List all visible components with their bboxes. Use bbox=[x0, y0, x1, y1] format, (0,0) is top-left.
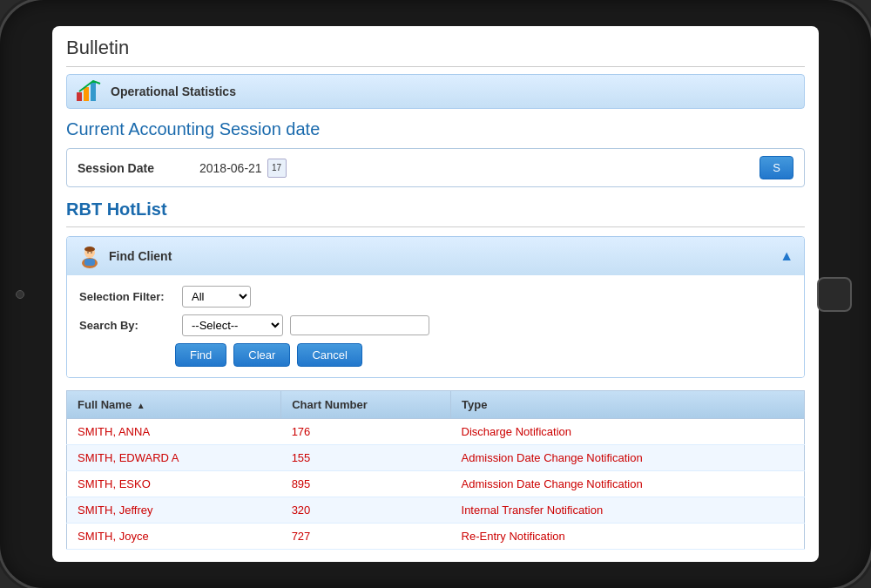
cell-chart-number: 727 bbox=[281, 524, 451, 550]
session-date-label: Session Date bbox=[78, 161, 199, 175]
table-header-row: Full Name ▲ Chart Number Type bbox=[67, 391, 805, 419]
find-client-header[interactable]: Find Client ▲ bbox=[67, 237, 804, 275]
cell-fullname: SMITH, EDWARD A bbox=[67, 445, 281, 471]
search-by-row: Search By: --Select-- Name Chart Number bbox=[79, 314, 792, 336]
search-input[interactable] bbox=[290, 315, 429, 335]
session-date-value: 2018-06-21 bbox=[199, 161, 262, 175]
bulletin-divider bbox=[66, 66, 805, 67]
collapse-icon[interactable]: ▲ bbox=[780, 248, 793, 264]
rbt-title: RBT HotList bbox=[66, 199, 805, 220]
op-stats-label: Operational Statistics bbox=[111, 84, 236, 98]
svg-rect-2 bbox=[91, 82, 96, 101]
find-button[interactable]: Find bbox=[175, 343, 226, 367]
operational-stats-bar[interactable]: Operational Statistics bbox=[66, 74, 805, 109]
session-date-box: Session Date 2018-06-21 17 S bbox=[66, 148, 805, 187]
table-row[interactable]: SMITH, Jeffrey320Internal Transfer Notif… bbox=[67, 497, 805, 524]
cell-fullname: SMITH, ESKO bbox=[67, 471, 281, 497]
cell-type: Discharge Notification bbox=[451, 419, 805, 445]
svg-point-5 bbox=[84, 247, 95, 252]
cell-fullname: SMITH, Joyce bbox=[67, 524, 281, 550]
cell-type: Admission Date Change Notification bbox=[451, 471, 805, 497]
cell-fullname: SMITH, ANNA bbox=[67, 419, 281, 445]
rbt-divider bbox=[66, 226, 805, 227]
calendar-icon[interactable]: 17 bbox=[267, 159, 287, 178]
search-by-select[interactable]: --Select-- Name Chart Number bbox=[182, 314, 283, 336]
save-button[interactable]: S bbox=[760, 156, 793, 179]
bulletin-title: Bulletin bbox=[66, 37, 805, 59]
button-row: Find Clear Cancel bbox=[79, 343, 792, 367]
svg-rect-0 bbox=[77, 92, 82, 101]
search-by-label: Search By: bbox=[79, 319, 175, 332]
table-row[interactable]: SMITH, Joyce727Re-Entry Notification bbox=[67, 524, 805, 550]
cell-type: Internal Transfer Notification bbox=[451, 497, 805, 524]
cell-chart-number: 320 bbox=[281, 497, 451, 524]
svg-point-6 bbox=[87, 252, 89, 253]
cell-type: Admission Date Change Notification bbox=[451, 445, 805, 471]
table-row[interactable]: SMITH, ESKO895Admission Date Change Noti… bbox=[67, 471, 805, 497]
selection-filter-row: Selection Filter: All Active Inactive bbox=[79, 286, 792, 308]
clear-button[interactable]: Clear bbox=[233, 343, 290, 367]
table-row[interactable]: SMITH, EDWARD A155Admission Date Change … bbox=[67, 445, 805, 471]
sort-arrow-fullname: ▲ bbox=[137, 401, 145, 410]
cell-chart-number: 895 bbox=[281, 471, 451, 497]
col-fullname[interactable]: Full Name ▲ bbox=[67, 391, 281, 419]
svg-point-7 bbox=[91, 252, 92, 253]
col-type[interactable]: Type bbox=[451, 391, 805, 419]
tablet-frame: Bulletin Operational Statistics Current … bbox=[0, 0, 871, 588]
col-chart-number[interactable]: Chart Number bbox=[281, 391, 451, 419]
results-table: Full Name ▲ Chart Number Type SMITH, ANN… bbox=[66, 390, 805, 550]
svg-rect-1 bbox=[84, 87, 89, 101]
find-client-panel: Find Client ▲ Selection Filter: All Acti… bbox=[66, 236, 805, 378]
screen: Bulletin Operational Statistics Current … bbox=[52, 26, 819, 562]
person-icon bbox=[78, 244, 102, 268]
selection-filter-label: Selection Filter: bbox=[79, 290, 175, 303]
table-row[interactable]: SMITH, ANNA176Discharge Notification bbox=[67, 419, 805, 445]
chart-icon bbox=[76, 80, 102, 103]
selection-filter-select[interactable]: All Active Inactive bbox=[182, 286, 251, 308]
svg-rect-8 bbox=[84, 259, 95, 266]
cell-chart-number: 176 bbox=[281, 419, 451, 445]
cell-fullname: SMITH, Jeffrey bbox=[67, 497, 281, 524]
content-area: Bulletin Operational Statistics Current … bbox=[52, 26, 819, 562]
cell-chart-number: 155 bbox=[281, 445, 451, 471]
find-client-label: Find Client bbox=[109, 249, 773, 263]
session-section-title: Current Accounting Session date bbox=[66, 119, 805, 139]
cancel-button[interactable]: Cancel bbox=[297, 343, 361, 367]
find-client-body: Selection Filter: All Active Inactive Se… bbox=[67, 275, 804, 377]
cell-type: Re-Entry Notification bbox=[451, 524, 805, 550]
